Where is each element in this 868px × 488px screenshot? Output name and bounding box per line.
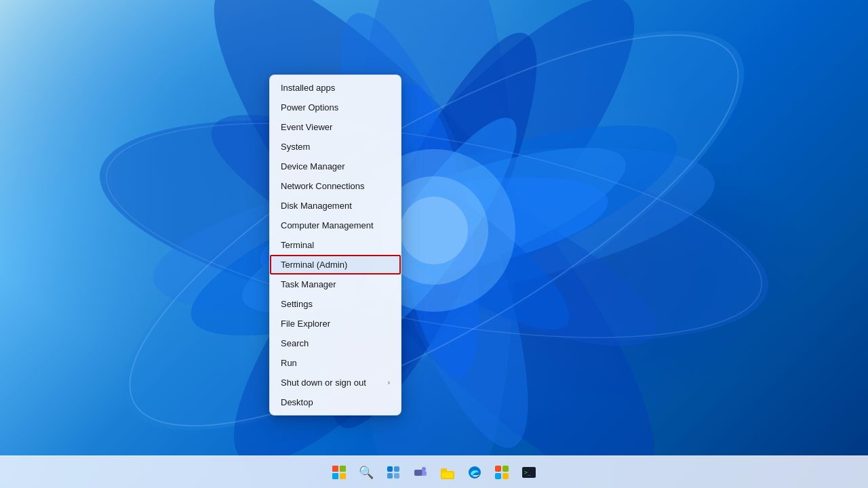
menu-item-label-run: Run: [281, 358, 297, 368]
edge-icon: [467, 465, 482, 480]
menu-item-settings[interactable]: Settings: [270, 294, 401, 314]
file-explorer-icon: [440, 465, 455, 480]
menu-item-label-system: System: [281, 142, 310, 152]
menu-item-system[interactable]: System: [270, 137, 401, 157]
svg-text:>_: >_: [524, 470, 531, 476]
menu-item-search[interactable]: Search: [270, 333, 401, 353]
menu-item-label-installed-apps: Installed apps: [281, 83, 335, 93]
widgets-icon: [387, 466, 400, 479]
store-icon: [494, 465, 509, 480]
windows-logo-icon: [332, 466, 346, 479]
menu-item-network-connections[interactable]: Network Connections: [270, 176, 401, 196]
menu-item-terminal-admin[interactable]: Terminal (Admin): [270, 255, 401, 274]
svg-rect-33: [495, 473, 501, 479]
taskbar-start-button[interactable]: [327, 460, 351, 485]
wallpaper-svg: [0, 0, 868, 461]
menu-item-disk-management[interactable]: Disk Management: [270, 196, 401, 216]
menu-item-label-settings: Settings: [281, 299, 313, 309]
menu-item-label-file-explorer: File Explorer: [281, 319, 330, 329]
menu-item-device-manager[interactable]: Device Manager: [270, 157, 401, 176]
svg-point-25: [422, 467, 426, 471]
menu-item-desktop[interactable]: Desktop: [270, 392, 401, 412]
svg-point-17: [400, 197, 468, 264]
svg-rect-24: [414, 470, 422, 476]
menu-item-computer-management[interactable]: Computer Management: [270, 216, 401, 235]
svg-rect-31: [495, 466, 501, 472]
menu-item-file-explorer[interactable]: File Explorer: [270, 314, 401, 333]
taskbar-terminal-button[interactable]: >_: [517, 460, 541, 485]
chevron-right-icon: ›: [388, 379, 390, 386]
menu-item-label-disk-management: Disk Management: [281, 201, 352, 211]
menu-item-task-manager[interactable]: Task Manager: [270, 274, 401, 294]
desktop: Installed appsPower OptionsEvent ViewerS…: [0, 0, 868, 488]
context-menu: Installed appsPower OptionsEvent ViewerS…: [269, 75, 401, 415]
terminal-taskbar-icon: >_: [521, 465, 536, 480]
taskbar: 🔍: [0, 455, 868, 488]
menu-item-label-task-manager: Task Manager: [281, 279, 336, 289]
menu-item-shut-down[interactable]: Shut down or sign out›: [270, 373, 401, 392]
svg-rect-21: [394, 466, 399, 472]
svg-rect-26: [422, 471, 427, 476]
menu-item-label-terminal: Terminal: [281, 240, 314, 250]
menu-item-run[interactable]: Run: [270, 353, 401, 373]
taskbar-widgets-button[interactable]: [381, 460, 406, 485]
svg-rect-23: [394, 473, 399, 479]
taskbar-store-button[interactable]: [490, 460, 514, 485]
menu-item-label-power-options: Power Options: [281, 102, 338, 113]
menu-item-label-device-manager: Device Manager: [281, 161, 345, 171]
menu-item-label-event-viewer: Event Viewer: [281, 122, 332, 132]
svg-rect-34: [502, 473, 509, 479]
svg-rect-32: [502, 466, 509, 472]
svg-rect-22: [387, 473, 393, 479]
menu-item-label-network-connections: Network Connections: [281, 181, 365, 191]
menu-item-event-viewer[interactable]: Event Viewer: [270, 117, 401, 137]
teams-icon: [413, 465, 428, 480]
taskbar-file-explorer-button[interactable]: [435, 460, 460, 485]
menu-item-label-desktop: Desktop: [281, 397, 313, 407]
taskbar-edge-button[interactable]: [462, 460, 487, 485]
menu-item-terminal[interactable]: Terminal: [270, 235, 401, 255]
svg-rect-29: [442, 472, 453, 478]
menu-item-label-terminal-admin: Terminal (Admin): [281, 260, 347, 270]
menu-item-label-search: Search: [281, 338, 309, 348]
search-icon: 🔍: [359, 465, 374, 480]
svg-rect-20: [387, 466, 393, 472]
taskbar-search-button[interactable]: 🔍: [354, 460, 378, 485]
menu-item-power-options[interactable]: Power Options: [270, 98, 401, 117]
menu-item-installed-apps[interactable]: Installed apps: [270, 78, 401, 98]
taskbar-teams-button[interactable]: [408, 460, 433, 485]
menu-item-label-shut-down: Shut down or sign out: [281, 378, 366, 388]
menu-item-label-computer-management: Computer Management: [281, 220, 374, 230]
